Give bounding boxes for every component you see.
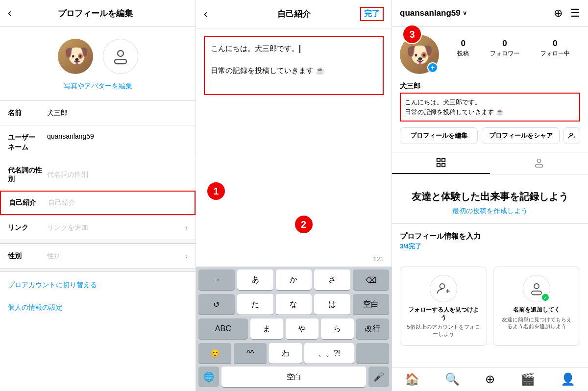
bio-placeholder[interactable]: 自己紹介 xyxy=(48,198,187,207)
dropdown-chevron[interactable]: ∨ xyxy=(463,10,467,17)
bio-label: 自己紹介 xyxy=(9,198,48,207)
gender-placeholder[interactable]: 性別 xyxy=(47,252,185,261)
pronoun-row: 代名詞の性別 代名詞の性別 xyxy=(0,159,196,191)
keyboard-row-3: ABC ま や ら 改行 xyxy=(196,316,392,340)
link-label: リンク xyxy=(8,223,47,232)
name-label: 名前 xyxy=(8,109,47,118)
profile-header-icons: ⊕ ☰ xyxy=(554,7,580,20)
add-person-button[interactable] xyxy=(564,127,580,144)
key-wa[interactable]: わ xyxy=(269,343,302,364)
tab-grid[interactable] xyxy=(392,152,490,174)
bio-editor-panel: ‹ 自己紹介 完了 こんにちは。犬三郎です。 日常の記録を投稿していきます ☕ … xyxy=(196,0,392,391)
circle-3: 3 xyxy=(402,24,422,44)
bottom-nav: 🏠 🔍 ⊕ 🎬 👤 xyxy=(392,367,588,391)
edit-profile-button[interactable]: プロフィールを編集 xyxy=(400,127,478,144)
suggestion-cards: フォローする人を見つけよう 5個以上のアカウントをフォローしよう ✓ 名前を追加… xyxy=(392,259,588,350)
avatar-icon[interactable] xyxy=(103,39,138,74)
following-count: 0 フォロー中 xyxy=(540,39,570,58)
suggestion-card-follow[interactable]: フォローする人を見つけよう 5個以上のアカウントをフォローしよう xyxy=(400,267,487,346)
key-a[interactable]: あ xyxy=(237,269,273,290)
empty-state: 友達と体験した出来事を記録しよう 最初の投稿を作成しよう xyxy=(392,174,588,223)
profile-panel: quansanlang59 ∨ ⊕ ☰ + 0 投稿 0 フォロワー 0 フォロ… xyxy=(392,0,588,391)
gender-row: 性別 性別 › xyxy=(0,244,196,268)
edit-photo-link[interactable]: 写真やアバターを編集 xyxy=(0,80,196,100)
profile-bio-line2: 日常の記録を投稿していきます ☕ xyxy=(405,107,575,117)
username-value[interactable]: quansanlang59 xyxy=(47,132,188,140)
key-ta[interactable]: た xyxy=(237,294,273,315)
profile-header: quansanlang59 ∨ ⊕ ☰ xyxy=(392,0,588,27)
edit-profile-panel: ‹ プロフィールを編集 写真やアバターを編集 名前 犬三郎 ユーザー ネーム q… xyxy=(0,0,196,391)
svg-rect-7 xyxy=(437,164,440,167)
nav-profile[interactable]: 👤 xyxy=(561,372,575,386)
pro-account-link[interactable]: プロアカウントに切り替える xyxy=(0,272,196,298)
name-sub: 友達に簡単に見つけてもらえるよう名前を追加しよう xyxy=(499,316,574,330)
key-ha[interactable]: は xyxy=(314,294,350,315)
back-icon[interactable]: ‹ xyxy=(8,7,11,20)
key-spacebar[interactable]: 空白 xyxy=(221,367,366,387)
name-value[interactable]: 犬三郎 xyxy=(47,109,188,118)
plus-badge[interactable]: + xyxy=(427,62,438,73)
name-icon: ✓ xyxy=(523,275,550,302)
key-caret[interactable]: ^^ xyxy=(234,343,267,364)
bio-content-box[interactable]: こんにちは。犬三郎です。 日常の記録を投稿していきます ☕ xyxy=(204,36,384,95)
share-profile-button[interactable]: プロフィールをシャア xyxy=(482,127,560,144)
bio-line2: 日常の記録を投稿していきます ☕ xyxy=(211,66,325,74)
suggestion-card-name[interactable]: ✓ 名前を追加してく 友達に簡単に見つけてもらえるよう名前を追加しよう xyxy=(493,267,580,346)
key-arrow[interactable]: → xyxy=(198,269,235,290)
add-content-icon[interactable]: ⊕ xyxy=(554,7,563,20)
key-backspace[interactable]: ⌫ xyxy=(353,269,389,290)
bio-editor-title: 自己紹介 xyxy=(277,8,311,20)
profile-bio-line1: こんにちは。犬三郎です。 xyxy=(405,98,575,107)
key-sa[interactable]: さ xyxy=(314,269,350,290)
key-space[interactable]: 空白 xyxy=(353,294,389,315)
tab-tagged[interactable] xyxy=(490,152,588,174)
bio-row[interactable]: 自己紹介 自己紹介 xyxy=(0,191,196,215)
following-label: フォロー中 xyxy=(540,50,570,57)
bio-text-area[interactable]: こんにちは。犬三郎です。 日常の記録を投稿していきます ☕ xyxy=(196,28,392,251)
key-mic[interactable]: 🎤 xyxy=(368,367,389,387)
svg-rect-1 xyxy=(115,59,126,64)
pronoun-placeholder[interactable]: 代名詞の性別 xyxy=(47,171,188,179)
menu-icon[interactable]: ☰ xyxy=(570,7,580,20)
link-placeholder[interactable]: リンクを追加 xyxy=(47,223,185,232)
nav-reels[interactable]: 🎬 xyxy=(520,372,535,386)
key-ya[interactable]: や xyxy=(286,318,318,339)
follow-label: フォローする人を見つけよう xyxy=(406,306,481,321)
key-enter[interactable]: 改行 xyxy=(356,318,389,339)
key-globe[interactable]: 🌐 xyxy=(198,367,219,387)
profile-username: quansanlang59 xyxy=(400,8,461,18)
edit-profile-header: ‹ プロフィールを編集 xyxy=(0,0,196,27)
profile-complete-sub: 3/4完了 xyxy=(400,242,580,251)
svg-rect-6 xyxy=(442,159,445,162)
svg-point-9 xyxy=(537,159,540,163)
key-na[interactable]: な xyxy=(276,294,312,315)
posts-count: 0 投稿 xyxy=(457,39,469,58)
key-ka[interactable]: か xyxy=(276,269,312,290)
bio-back-icon[interactable]: ‹ xyxy=(204,8,207,21)
key-undo[interactable]: ↺ xyxy=(198,294,235,315)
link-row: リンク リンクを追加 › xyxy=(0,215,196,240)
profile-complete-title: プロフィール情報を入力 xyxy=(400,232,580,241)
profile-username-area: quansanlang59 ∨ xyxy=(400,8,467,18)
key-abc[interactable]: ABC xyxy=(198,318,248,339)
key-punct[interactable]: 、。?! xyxy=(304,343,354,364)
done-button[interactable]: 完了 xyxy=(360,7,384,21)
bio-editor-header: ‹ 自己紹介 完了 xyxy=(196,0,392,28)
svg-point-14 xyxy=(534,284,539,289)
name-row: 名前 犬三郎 xyxy=(0,100,196,125)
personal-info-link[interactable]: 個人の情報の設定 xyxy=(0,298,196,317)
create-post-link[interactable]: 最初の投稿を作成しよう xyxy=(404,207,576,216)
avatar[interactable] xyxy=(58,39,93,74)
svg-point-2 xyxy=(570,133,572,136)
key-empty xyxy=(356,343,389,364)
profile-display-name: 犬三郎 xyxy=(392,82,588,93)
nav-search[interactable]: 🔍 xyxy=(445,372,460,386)
followers-label: フォロワー xyxy=(490,50,519,57)
key-emoji[interactable]: 😊 xyxy=(198,343,231,364)
nav-home[interactable]: 🏠 xyxy=(405,372,419,386)
svg-rect-8 xyxy=(442,164,445,167)
circle-1: 1 xyxy=(206,181,226,201)
key-ma[interactable]: ま xyxy=(250,318,283,339)
nav-add-post[interactable]: ⊕ xyxy=(485,372,495,386)
key-ra[interactable]: ら xyxy=(321,318,354,339)
